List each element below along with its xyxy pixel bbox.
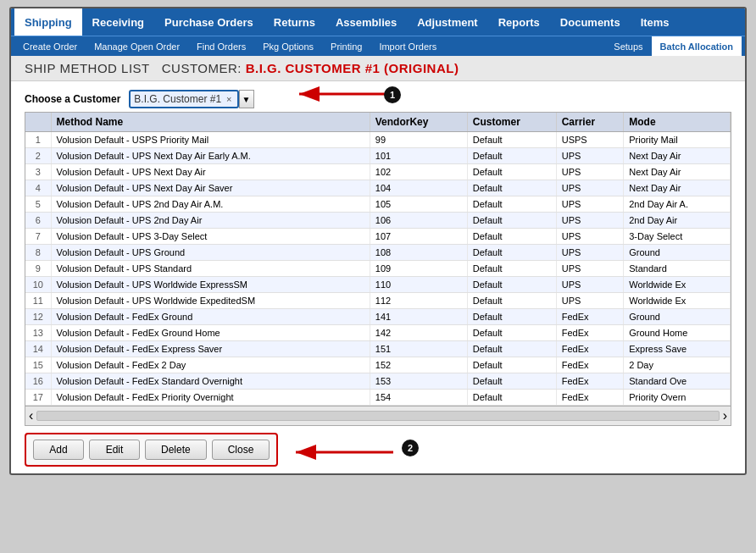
badge-2: 2 xyxy=(402,440,419,456)
row-mode: Worldwide Ex xyxy=(624,277,731,293)
choose-customer-label: Choose a Customer xyxy=(25,93,120,105)
row-customer: Default xyxy=(467,325,556,341)
table-row[interactable]: 6 Volusion Default - UPS 2nd Day Air 106… xyxy=(25,213,731,229)
subnav-manage-open-order[interactable]: Manage Open Order xyxy=(86,36,188,56)
clear-customer-button[interactable]: × xyxy=(225,94,233,104)
table-row[interactable]: 12 Volusion Default - FedEx Ground 141 D… xyxy=(25,309,731,325)
table-row[interactable]: 14 Volusion Default - FedEx Express Save… xyxy=(25,341,731,357)
nav-shipping[interactable]: Shipping xyxy=(14,8,82,36)
row-num: 15 xyxy=(25,357,51,373)
row-carrier: USPS xyxy=(556,132,624,148)
nav-purchase-orders[interactable]: Purchase Orders xyxy=(154,8,264,36)
row-num: 16 xyxy=(25,373,51,390)
row-customer: Default xyxy=(467,196,556,213)
row-carrier: UPS xyxy=(556,213,624,229)
sub-nav: Create Order Manage Open Order Find Orde… xyxy=(11,36,745,56)
row-customer: Default xyxy=(467,277,556,293)
ship-method-table-container: Method Name VendorKey Customer Carrier M… xyxy=(25,112,731,426)
table-row[interactable]: 16 Volusion Default - FedEx Standard Ove… xyxy=(25,373,731,390)
edit-button[interactable]: Edit xyxy=(89,440,140,460)
table-row[interactable]: 3 Volusion Default - UPS Next Day Air 10… xyxy=(25,164,731,180)
row-num: 13 xyxy=(25,325,51,341)
bottom-area: Add Edit Delete Close 2 xyxy=(25,433,731,467)
nav-items[interactable]: Items xyxy=(631,8,680,36)
row-vendorkey: 102 xyxy=(370,164,467,180)
col-vendorkey: VendorKey xyxy=(370,113,467,132)
row-mode: 3-Day Select xyxy=(624,229,731,245)
table-row[interactable]: 1 Volusion Default - USPS Priority Mail … xyxy=(25,132,731,148)
row-mode: Priority Mail xyxy=(624,132,731,148)
row-carrier: FedEx xyxy=(556,373,624,390)
row-method: Volusion Default - UPS 3-Day Select xyxy=(51,229,370,245)
row-mode: Next Day Air xyxy=(624,164,731,180)
row-mode: Express Save xyxy=(624,341,731,357)
row-customer: Default xyxy=(467,213,556,229)
scroll-left-button[interactable]: ‹ xyxy=(29,408,33,423)
subnav-create-order[interactable]: Create Order xyxy=(14,36,86,56)
subnav-find-orders[interactable]: Find Orders xyxy=(188,36,254,56)
delete-button[interactable]: Delete xyxy=(145,440,207,460)
table-row[interactable]: 5 Volusion Default - UPS 2nd Day Air A.M… xyxy=(25,196,731,213)
row-customer: Default xyxy=(467,180,556,196)
table-row[interactable]: 7 Volusion Default - UPS 3-Day Select 10… xyxy=(25,229,731,245)
row-num: 6 xyxy=(25,213,51,229)
nav-assemblies[interactable]: Assemblies xyxy=(325,8,407,36)
table-row[interactable]: 17 Volusion Default - FedEx Priority Ove… xyxy=(25,390,731,406)
row-num: 11 xyxy=(25,293,51,309)
customer-select-display: B.I.G. Customer #1 × xyxy=(129,90,238,108)
row-carrier: FedEx xyxy=(556,325,624,341)
row-method: Volusion Default - FedEx Standard Overni… xyxy=(51,373,370,390)
add-button[interactable]: Add xyxy=(33,440,84,460)
selected-customer-name: B.I.G. Customer #1 xyxy=(134,93,225,105)
row-num: 8 xyxy=(25,245,51,261)
row-vendorkey: 151 xyxy=(370,341,467,357)
row-carrier: UPS xyxy=(556,229,624,245)
subnav-setups[interactable]: Setups xyxy=(605,36,651,56)
scroll-right-button[interactable]: › xyxy=(723,408,727,423)
table-row[interactable]: 2 Volusion Default - UPS Next Day Air Ea… xyxy=(25,148,731,164)
row-mode: Ground xyxy=(624,245,731,261)
row-carrier: UPS xyxy=(556,180,624,196)
subnav-pkg-options[interactable]: Pkg Options xyxy=(254,36,322,56)
row-num: 5 xyxy=(25,196,51,213)
close-button[interactable]: Close xyxy=(212,440,270,460)
table-row[interactable]: 8 Volusion Default - UPS Ground 108 Defa… xyxy=(25,245,731,261)
nav-documents[interactable]: Documents xyxy=(550,8,631,36)
nav-reports[interactable]: Reports xyxy=(488,8,550,36)
row-vendorkey: 106 xyxy=(370,213,467,229)
table-row[interactable]: 10 Volusion Default - UPS Worldwide Expr… xyxy=(25,277,731,293)
nav-receiving[interactable]: Receiving xyxy=(82,8,154,36)
table-row[interactable]: 4 Volusion Default - UPS Next Day Air Sa… xyxy=(25,180,731,196)
nav-returns[interactable]: Returns xyxy=(264,8,325,36)
subnav-import-orders[interactable]: Import Orders xyxy=(370,36,445,56)
nav-adjustment[interactable]: Adjustment xyxy=(407,8,488,36)
row-vendorkey: 142 xyxy=(370,325,467,341)
row-mode: Standard Ove xyxy=(624,373,731,390)
row-method: Volusion Default - USPS Priority Mail xyxy=(51,132,370,148)
table-row[interactable]: 13 Volusion Default - FedEx Ground Home … xyxy=(25,325,731,341)
row-num: 7 xyxy=(25,229,51,245)
table-scroll-area[interactable]: Method Name VendorKey Customer Carrier M… xyxy=(25,113,731,406)
row-mode: Next Day Air xyxy=(624,180,731,196)
subnav-printing[interactable]: Printing xyxy=(322,36,370,56)
table-row[interactable]: 15 Volusion Default - FedEx 2 Day 152 De… xyxy=(25,357,731,373)
row-vendorkey: 154 xyxy=(370,390,467,406)
row-vendorkey: 152 xyxy=(370,357,467,373)
subnav-batch-allocation[interactable]: Batch Allocation xyxy=(652,36,742,56)
action-buttons-group: Add Edit Delete Close xyxy=(25,433,278,467)
row-mode: 2nd Day Air A. xyxy=(624,196,731,213)
table-row[interactable]: 9 Volusion Default - UPS Standard 109 De… xyxy=(25,261,731,277)
row-vendorkey: 109 xyxy=(370,261,467,277)
row-carrier: FedEx xyxy=(556,309,624,325)
row-method: Volusion Default - FedEx Ground xyxy=(51,309,370,325)
row-mode: 2 Day xyxy=(624,357,731,373)
customer-dropdown-button[interactable]: ▼ xyxy=(239,90,254,108)
col-carrier: Carrier xyxy=(556,113,624,132)
row-method: Volusion Default - FedEx Priority Overni… xyxy=(51,390,370,406)
row-carrier: UPS xyxy=(556,261,624,277)
row-method: Volusion Default - UPS 2nd Day Air A.M. xyxy=(51,196,370,213)
row-mode: Ground Home xyxy=(624,325,731,341)
annotation-arrow-1 xyxy=(291,73,392,107)
row-mode: Next Day Air xyxy=(624,148,731,164)
table-row[interactable]: 11 Volusion Default - UPS Worldwide Expe… xyxy=(25,293,731,309)
